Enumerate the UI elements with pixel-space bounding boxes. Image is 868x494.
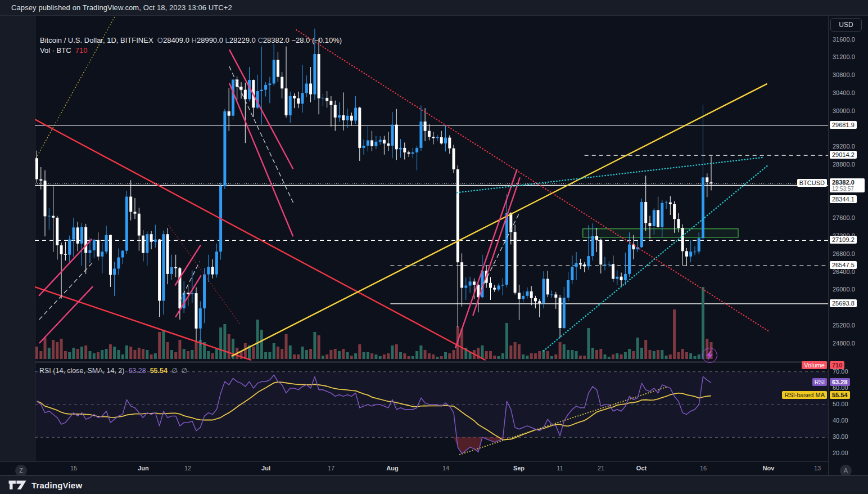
time-tick: 13 — [805, 465, 830, 471]
volume-badge: Volume — [802, 361, 827, 369]
rsi-tick: 50.00 — [833, 401, 866, 407]
time-tick: 21 — [589, 465, 613, 471]
time-tick: 12 — [175, 465, 200, 471]
price-tick: 29200.0 — [833, 143, 866, 150]
time-tick: Sep — [507, 465, 531, 471]
symbol-legend: Bitcoin / U.S. Dollar, 1D, BITFINEX O284… — [40, 36, 342, 44]
rsi-value-label: 55.54 — [830, 391, 850, 399]
rsi-legend: RSI (14, close, SMA, 14, 2) 63.28 55.54∅… — [39, 367, 187, 375]
time-tick: Jun — [131, 465, 156, 471]
line-price-label: 26547.5 — [830, 261, 857, 269]
price-tick: 30000.0 — [833, 107, 866, 114]
volume-legend-title[interactable]: Vol · BTC — [40, 46, 71, 55]
symbol-name-label: BTCUSD — [797, 179, 827, 187]
rsi-name-label: RSI — [812, 378, 827, 386]
price-tick: 24800.0 — [833, 340, 866, 347]
time-tick: Jul — [254, 465, 278, 471]
price-tick: 25200.0 — [833, 322, 866, 329]
price-zone-box[interactable] — [583, 229, 738, 237]
brand-name: TradingView — [31, 480, 82, 490]
ohlc-values: O28409.0 H28990.0 L28229.0 C28382.0 — [157, 36, 290, 44]
line-price-label: 27109.2 — [830, 236, 857, 244]
publish-info: Capsey published on TradingView.com, Oct… — [11, 3, 232, 12]
price-tick: 31200.0 — [833, 53, 866, 60]
price-tick: 31600.0 — [833, 36, 866, 43]
time-tick: 15 — [61, 465, 86, 471]
ohlc-value: 28229.0 — [229, 36, 256, 44]
symbol-title[interactable]: Bitcoin / U.S. Dollar, 1D, BITFINEX — [40, 36, 153, 44]
chart-canvas[interactable] — [35, 16, 828, 461]
volume-series — [35, 287, 713, 359]
volume-legend: Vol · BTC 710 — [40, 46, 88, 55]
price-tick: 26800.0 — [833, 250, 866, 257]
rsi-indicator-title[interactable]: RSI (14, close, SMA, 14, 2) — [39, 367, 124, 375]
ohlc-key: O — [157, 36, 163, 44]
ohlc-value: 28409.0 — [163, 36, 189, 44]
volume-badge-value: 710 — [830, 361, 844, 369]
rsi-name-label: RSI-based MA — [782, 391, 827, 399]
tradingview-published-chart: Capsey published on TradingView.com, Oct… — [0, 0, 868, 494]
price-tick: 30400.0 — [833, 89, 866, 96]
price-tick: 28800.0 — [833, 161, 866, 168]
hide-rsi-icon[interactable]: ∅ — [171, 367, 177, 375]
price-tick: 26400.0 — [833, 268, 866, 275]
footer-bar: TradingView — [0, 475, 868, 494]
time-tick: Aug — [380, 465, 405, 471]
lightning-icon — [706, 351, 714, 361]
line-price-label: 28344.1 — [830, 195, 857, 203]
currency-toggle-button[interactable]: USD — [830, 18, 862, 32]
time-tick: 17 — [319, 465, 343, 471]
hide-ma-icon[interactable]: ∅ — [181, 367, 187, 375]
ohlc-value: 28990.0 — [197, 36, 223, 44]
bar-countdown: 12:53:57 — [832, 186, 862, 192]
price-tick: 27600.0 — [833, 214, 866, 221]
time-tick: 16 — [691, 465, 716, 471]
change-value: −28.0 (−0.10%) — [291, 36, 342, 44]
ohlc-value: 28382.0 — [263, 36, 290, 44]
publish-topbar: Capsey published on TradingView.com, Oct… — [0, 0, 868, 16]
candlestick-series — [35, 29, 713, 345]
trend-lines[interactable] — [35, 16, 770, 360]
rsi-ma-legend-value: 55.54 — [150, 367, 168, 375]
chart-region: Bitcoin / U.S. Dollar, 1D, BITFINEX O284… — [0, 16, 868, 475]
ohlc-key: C — [257, 36, 263, 44]
price-tick: 26000.0 — [833, 286, 866, 293]
ohlc-key: H — [192, 36, 197, 44]
line-price-label: 25693.8 — [830, 299, 857, 307]
rsi-tick: 20.00 — [833, 450, 866, 456]
line-price-label: 29681.9 — [830, 121, 857, 129]
rsi-legend-value: 63.28 — [128, 367, 146, 375]
rsi-tick: 30.00 — [833, 433, 866, 440]
time-tick: 11 — [548, 465, 572, 471]
horizontal-lines[interactable] — [35, 125, 828, 304]
boost-button[interactable] — [702, 348, 717, 363]
time-tick: 14 — [433, 465, 458, 471]
ohlc-key: L — [225, 36, 229, 44]
rsi-value-label: 63.28 — [830, 378, 850, 386]
volume-legend-value: 710 — [75, 46, 88, 55]
tradingview-logo[interactable]: TradingView — [8, 479, 82, 491]
last-price-label: 28382.012:53:57 — [830, 178, 865, 192]
line-price-label: 29014.2 — [830, 151, 857, 159]
time-tick: Oct — [629, 465, 654, 471]
rsi-tick: 40.00 — [833, 417, 866, 424]
price-tick: 30800.0 — [833, 71, 866, 78]
time-tick: Nov — [756, 465, 781, 471]
tradingview-mark-icon — [8, 479, 27, 491]
